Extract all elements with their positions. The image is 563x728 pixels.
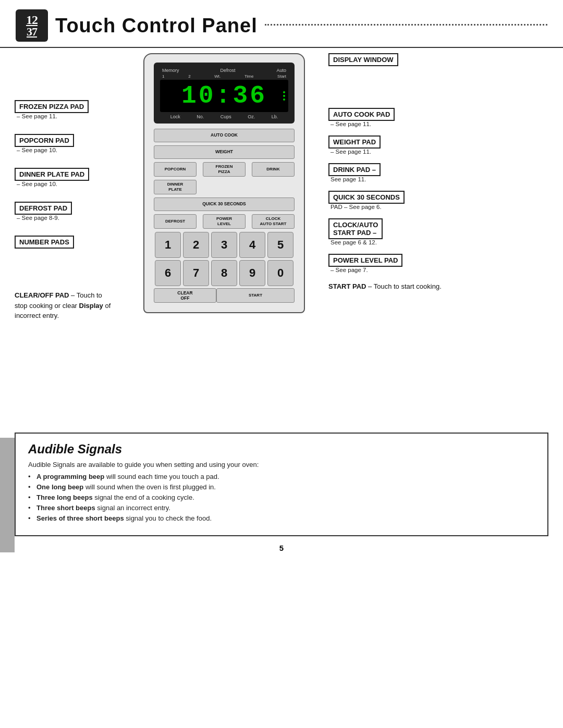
num-8-button[interactable]: 8 xyxy=(211,260,237,286)
power-level-box: POWER LEVEL PAD xyxy=(328,254,402,267)
display-time-wrapper: 10:36 xyxy=(160,80,288,112)
num-row-2: 6 7 8 9 0 xyxy=(154,260,295,286)
audible-title: Audible Signals xyxy=(28,442,535,456)
label-memory: Memory xyxy=(162,68,179,73)
audible-section: Audible Signals Audible Signals are avai… xyxy=(15,433,548,536)
weight-button[interactable]: WEIGHT xyxy=(154,145,295,159)
weight-box: WEIGHT PAD xyxy=(328,135,381,149)
dot3 xyxy=(283,98,285,101)
dinner-plate-sub: – See page 10. xyxy=(15,181,136,187)
bottom-buttons-row: CLEAROFF START xyxy=(154,288,295,303)
num-7-button[interactable]: 7 xyxy=(183,260,209,286)
num-9-button[interactable]: 9 xyxy=(239,260,265,286)
display-bottom-labels: Lock No. Cups Oz. Lb. xyxy=(160,114,288,119)
lbl-cups: Cups xyxy=(221,114,231,119)
microwave-panel: Memory Defrost Auto 1 2 Wt. Time Start 1… xyxy=(143,53,305,313)
audible-item-1-bold: A programming beep xyxy=(36,473,104,480)
quick30-button[interactable]: QUICK 30 SECONDS xyxy=(154,198,295,211)
popcorn-button[interactable]: POPCORN xyxy=(154,162,197,177)
label-clear-off: CLEAR/OFF PAD – Touch to stop cooking or… xyxy=(15,290,136,321)
num-3-button[interactable]: 3 xyxy=(211,232,237,258)
page-title: Touch Control Panel xyxy=(55,15,258,37)
display-time: 10:36 xyxy=(160,80,288,112)
lbl-time: Time xyxy=(244,74,253,79)
quick30-label-sub: PAD – See page 6. xyxy=(328,204,563,210)
label-defrost-top: Defrost xyxy=(220,68,235,73)
display-top-labels: Memory Defrost Auto xyxy=(160,68,288,73)
popcorn-sub: – See page 10. xyxy=(15,147,136,153)
power-level-label-title: POWER LEVEL PAD xyxy=(333,256,398,264)
clock-auto-label-title: CLOCK/AUTO xyxy=(333,221,378,229)
clear-off-title: CLEAR/OFF PAD xyxy=(15,291,69,299)
page-number: 5 xyxy=(0,544,563,552)
header: 12 37 Touch Control Panel xyxy=(0,0,563,48)
audible-item-4-bold: Three short beeps xyxy=(36,504,95,512)
row-popcorn-pizza-drink: POPCORN FROZENPIZZA DRINK xyxy=(154,162,295,177)
drink-button[interactable]: DRINK xyxy=(252,162,295,177)
audible-item-3: Three long beeps signal the end of a coo… xyxy=(28,493,535,501)
audible-item-1: A programming beep will sound each time … xyxy=(28,473,535,480)
clock-auto-label-sub: See page 6 & 12. xyxy=(328,239,563,245)
right-column: DISPLAY WINDOW AUTO COOK PAD – See page … xyxy=(313,48,563,423)
frozen-pizza-button[interactable]: FROZENPIZZA xyxy=(203,162,246,177)
audible-item-4: Three short beeps signal an incorrect en… xyxy=(28,504,535,512)
dinner-plate-button[interactable]: DINNERPLATE xyxy=(154,180,197,194)
clear-off-display-word: Display xyxy=(79,302,103,310)
audible-intro: Audible Signals are available to guide y… xyxy=(28,461,535,468)
label-defrost: DEFROST PAD – See page 8-9. xyxy=(15,202,136,221)
lbl-no: No. xyxy=(197,114,204,119)
dinner-plate-title: DINNER PLATE PAD xyxy=(19,170,84,178)
defrost-button[interactable]: DEFROST xyxy=(154,214,197,229)
number-pad-section: 1 2 3 4 5 6 7 8 9 0 xyxy=(154,232,295,286)
clock-auto-button[interactable]: CLOCKAUTO START xyxy=(252,214,295,229)
display-window-box: DISPLAY WINDOW xyxy=(328,53,398,66)
start-button[interactable]: START xyxy=(216,288,295,303)
power-level-button[interactable]: POWERLEVEL xyxy=(203,214,246,229)
center-column: Memory Defrost Auto 1 2 Wt. Time Start 1… xyxy=(136,48,313,423)
display-window-title: DISPLAY WINDOW xyxy=(333,56,394,64)
auto-cook-label-sub: – See page 11. xyxy=(328,121,563,127)
right-label-clock-auto: CLOCK/AUTO START PAD – See page 6 & 12. xyxy=(328,218,563,245)
drink-box: DRINK PAD – xyxy=(328,163,381,176)
number-pads-box: NUMBER PADS xyxy=(15,236,74,249)
clear-off-text: CLEAR/OFF PAD – Touch to stop cooking or… xyxy=(15,290,111,321)
drink-label-sub: See page 11. xyxy=(328,176,563,182)
weight-label-title: WEIGHT PAD xyxy=(333,138,376,146)
auto-cook-button[interactable]: AUTO COOK xyxy=(154,129,295,142)
right-label-weight: WEIGHT PAD – See page 11. xyxy=(328,135,563,155)
header-icon: 12 37 xyxy=(16,9,48,42)
dinner-plate-box: DINNER PLATE PAD xyxy=(15,168,89,181)
power-level-label-sub: – See page 7. xyxy=(328,267,563,273)
num-1-button[interactable]: 1 xyxy=(155,232,181,258)
row-defrost-power-clock: DEFROST POWERLEVEL CLOCKAUTO START xyxy=(154,214,295,229)
weight-label-sub: – See page 11. xyxy=(328,149,563,155)
num-2-button[interactable]: 2 xyxy=(183,232,209,258)
clear-off-button[interactable]: CLEAROFF xyxy=(154,288,216,303)
popcorn-box: POPCORN PAD xyxy=(15,134,74,147)
lbl-start: Start xyxy=(277,74,286,79)
defrost-box: DEFROST PAD xyxy=(15,202,72,215)
num-5-button[interactable]: 5 xyxy=(267,232,293,258)
audible-item-5: Series of three short beeps signal you t… xyxy=(28,514,535,522)
defrost-title: DEFROST PAD xyxy=(19,204,67,212)
label-auto-top: Auto xyxy=(276,68,286,73)
num-4-button[interactable]: 4 xyxy=(239,232,265,258)
header-dots xyxy=(265,24,547,26)
audible-item-5-bold: Series of three short beeps xyxy=(36,514,124,522)
right-label-drink: DRINK PAD – See page 11. xyxy=(328,163,563,182)
frozen-pizza-sub: – See page 11. xyxy=(15,113,136,119)
left-column: FROZEN PIZZA PAD – See page 11. POPCORN … xyxy=(0,48,136,423)
number-pads-title: NUMBER PADS xyxy=(19,238,69,246)
lbl-lb: Lb. xyxy=(272,114,278,119)
right-label-start: START PAD – Touch to start cooking. xyxy=(328,281,563,292)
start-pad-title: START PAD xyxy=(328,282,366,290)
frozen-pizza-box: FROZEN PIZZA PAD xyxy=(15,100,89,113)
lbl-2: 2 xyxy=(188,74,190,79)
num-6-button[interactable]: 6 xyxy=(155,260,181,286)
audible-item-2: One long beep will sound when the oven i… xyxy=(28,483,535,491)
num-0-button[interactable]: 0 xyxy=(267,260,293,286)
page-body: 12 37 Touch Control Panel FROZEN PIZZA P… xyxy=(0,0,563,552)
label-popcorn: POPCORN PAD – See page 10. xyxy=(15,134,136,153)
quick30-label-title: QUICK 30 SECONDS xyxy=(333,193,400,201)
right-label-auto-cook: AUTO COOK PAD – See page 11. xyxy=(328,108,563,127)
